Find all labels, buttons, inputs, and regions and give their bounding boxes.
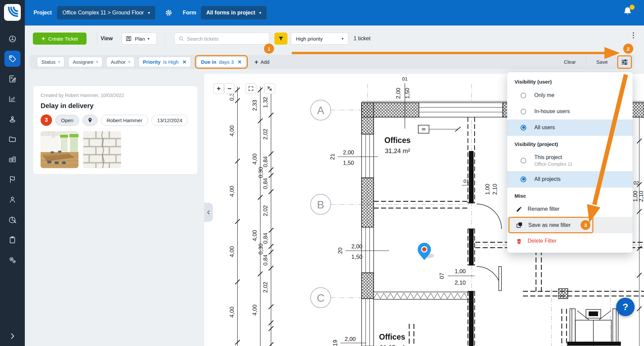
- dim-label: 07: [439, 273, 445, 279]
- sidebar-item-flags[interactable]: [8, 175, 17, 184]
- menu-item-save-as-new-filter[interactable]: Save as new filter 3: [507, 217, 633, 233]
- menu-section-visibility-project: Visibility (project): [507, 136, 633, 150]
- radio-selected-icon[interactable]: [521, 177, 526, 182]
- dim-label: 2,00: [344, 336, 356, 342]
- sidebar-item-forms[interactable]: [8, 75, 17, 83]
- form-selector[interactable]: All forms in project ▾: [201, 6, 267, 19]
- filter-settings-button[interactable]: [617, 55, 632, 69]
- help-button[interactable]: ?: [616, 298, 635, 316]
- room-area: 30,05 m²: [380, 344, 405, 346]
- radio-unselected-icon[interactable]: [521, 93, 526, 98]
- location-pin-icon: [87, 117, 93, 123]
- stats-chart-icon: [8, 95, 17, 103]
- ticket-map-pin[interactable]: [418, 243, 434, 260]
- create-ticket-button[interactable]: + Create Ticket: [33, 33, 87, 45]
- ticket-photo-cracked-wall[interactable]: [83, 131, 121, 168]
- dim-label: 4,00: [229, 186, 235, 197]
- radio-unselected-icon[interactable]: [521, 158, 526, 163]
- sidebar-item-statistics[interactable]: [8, 95, 17, 103]
- gears-icon: [8, 256, 17, 264]
- chevron-down-icon: ▾: [341, 37, 343, 41]
- ticket-photo-meeting-room[interactable]: [41, 131, 78, 168]
- radio-selected-icon[interactable]: [521, 125, 526, 131]
- menu-option-only-me[interactable]: Only me: [507, 87, 633, 103]
- toolbar-divider: [165, 32, 165, 45]
- menu-option-all-projects[interactable]: All projects: [507, 171, 633, 187]
- add-filter-button[interactable]: + Add: [255, 58, 270, 66]
- view-mode-selector[interactable]: Plan ▾: [122, 33, 157, 45]
- sidebar-item-projects[interactable]: [8, 155, 17, 164]
- app-logo[interactable]: [4, 4, 21, 21]
- ticket-due-date-pill[interactable]: 13/12/2024: [151, 115, 188, 126]
- sidebar-item-contacts[interactable]: [8, 195, 17, 204]
- radio-unselected-icon[interactable]: [521, 109, 526, 114]
- logo-swirl-icon: [4, 4, 21, 21]
- ticket-tag-icon: [8, 54, 17, 63]
- menu-section-visibility-user: Visibility (user): [507, 73, 633, 87]
- folder-icon: [8, 135, 17, 144]
- ticket-card[interactable]: Created by Robert Hammer, 10/03/2022 Del…: [33, 86, 198, 175]
- pie-chart-icon: [8, 215, 17, 224]
- project-selector[interactable]: Office Complex 11 > Ground Floor ▾: [57, 6, 155, 19]
- dim-label: 21: [329, 154, 336, 160]
- dim-label: 1,00: [484, 184, 491, 195]
- chevron-down-icon: ▾: [96, 60, 98, 64]
- filter-dropdown-assignee[interactable]: Assignee ▾: [68, 57, 102, 67]
- toolbar-divider: [97, 32, 97, 45]
- notifications-bell[interactable]: [623, 6, 633, 17]
- dim-label: 4,00: [252, 153, 258, 164]
- saved-filter-selector[interactable]: High priority ▾: [291, 33, 348, 45]
- sidebar-item-dashboard[interactable]: [8, 35, 17, 43]
- filter-dropdown-status[interactable]: Status ▾: [37, 57, 64, 67]
- dashboard-gauge-icon: [8, 35, 17, 43]
- dim-label: 1,50: [343, 160, 354, 166]
- project-settings-gear-icon[interactable]: [165, 9, 173, 17]
- remove-filter-icon[interactable]: ✕: [182, 59, 186, 65]
- collapse-panel-tab[interactable]: [204, 203, 213, 222]
- zoom-out-button[interactable]: −: [224, 83, 235, 94]
- dim-label: 19: [332, 340, 338, 346]
- sidebar-item-site-presence[interactable]: [8, 115, 17, 123]
- fit-to-screen-button[interactable]: [264, 83, 275, 94]
- dim-label: 2,00: [343, 149, 354, 156]
- sidebar: [0, 0, 25, 346]
- more-options-kebab[interactable]: ⋮: [630, 34, 637, 37]
- menu-item-delete-filter[interactable]: Delete Filter: [507, 233, 633, 249]
- search-input[interactable]: [187, 36, 266, 42]
- remove-filter-icon[interactable]: ✕: [237, 59, 242, 65]
- ticket-created-line: Created by Robert Hammer, 10/03/2022: [41, 93, 190, 98]
- ticket-location-pill[interactable]: [83, 115, 98, 126]
- dim-label: 2,10: [638, 191, 644, 202]
- save-filter-button[interactable]: Save: [596, 59, 608, 65]
- ticket-status-pill[interactable]: Open: [55, 115, 79, 126]
- collapse-arrows-icon: [267, 86, 273, 92]
- form-pen-icon: [8, 75, 17, 83]
- zoom-in-button[interactable]: +: [213, 83, 224, 94]
- clipboard-icon: [8, 236, 17, 244]
- sidebar-item-tasks[interactable]: [8, 236, 17, 244]
- menu-option-this-project[interactable]: This project Office Complex 11: [507, 150, 633, 171]
- clear-filters-button[interactable]: Clear: [564, 59, 576, 65]
- copy-icon: [516, 221, 523, 229]
- menu-item-rename-filter[interactable]: Rename filter: [507, 201, 633, 217]
- person-location-icon: [8, 115, 17, 123]
- menu-option-all-users[interactable]: All users: [507, 119, 633, 136]
- grid-axis-label: C: [317, 292, 324, 304]
- sidebar-item-tickets[interactable]: [8, 54, 17, 63]
- filter-dropdown-author[interactable]: Author ▾: [106, 57, 135, 67]
- buildings-icon: [8, 155, 17, 164]
- sidebar-item-reports[interactable]: [8, 215, 17, 224]
- room-name: Offices: [379, 333, 405, 341]
- sidebar-item-documents[interactable]: [8, 135, 17, 144]
- fullscreen-button[interactable]: [246, 83, 256, 94]
- ticket-author-pill[interactable]: Robert Hammer: [101, 115, 148, 126]
- sidebar-item-settings[interactable]: [8, 256, 17, 264]
- dim-label: 1,00: [454, 268, 466, 275]
- filter-chip-due-in-days[interactable]: Due in days 3 ✕: [197, 57, 246, 67]
- step-1-badge: 1: [264, 44, 274, 54]
- filter-funnel-button[interactable]: [274, 33, 287, 45]
- sidebar-expand-chevron[interactable]: [8, 332, 17, 340]
- chevron-down-icon: ▾: [128, 60, 130, 64]
- menu-option-in-house-users[interactable]: In-house users: [507, 103, 633, 119]
- filter-chip-priority[interactable]: Priority is High ✕: [139, 57, 191, 67]
